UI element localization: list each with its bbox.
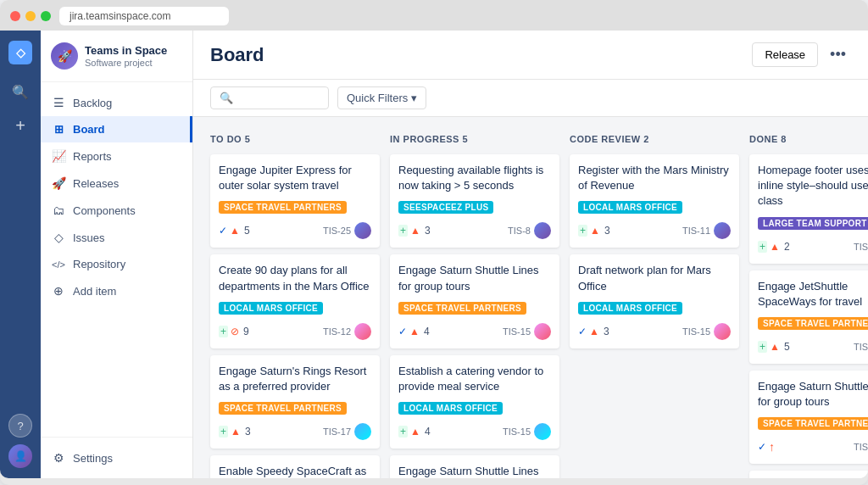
card-done-4[interactable]: Establish a catering vendor to provide m… <box>749 471 868 478</box>
card-footer: + ▲ 2 TIS-68 <box>758 238 868 255</box>
sidebar: 🚀 Teams in Space Software project ☰ Back… <box>41 31 193 478</box>
card-tag: LOCAL MARS OFFICE <box>398 402 503 415</box>
toolbar: 🔍 Quick Filters ▾ <box>193 80 868 117</box>
sidebar-item-components[interactable]: 🗂 Components <box>41 197 192 224</box>
components-icon: 🗂 <box>51 203 66 217</box>
card-title: Create 90 day plans for all departments … <box>219 263 371 293</box>
card-count: 5 <box>244 225 250 237</box>
card-tag: LARGE TEAM SUPPORT <box>758 217 868 230</box>
card-title: Engage Saturn Shuttle Lines for group to… <box>758 379 868 410</box>
browser-dot-green[interactable] <box>41 11 51 21</box>
app-logo: ◇ <box>8 41 32 64</box>
card-count: 3 <box>245 426 251 438</box>
priority-icon: ▲ <box>230 225 240 237</box>
card-codereview-2[interactable]: Draft network plan for Mars Office LOCAL… <box>570 254 739 348</box>
card-id: TIS-25 <box>323 226 351 236</box>
column-header-todo: TO DO 5 <box>210 131 380 148</box>
card-inprogress-2[interactable]: Engage Saturn Shuttle Lines for group to… <box>390 254 559 348</box>
card-footer: + ▲ 3 TIS-8 <box>398 222 551 239</box>
card-todo-2[interactable]: Create 90 day plans for all departments … <box>210 254 380 348</box>
project-avatar: 🚀 <box>51 42 78 70</box>
column-header-inprogress: IN PROGRESS 5 <box>390 131 559 148</box>
sidebar-item-reports[interactable]: 📈 Reports <box>41 142 192 170</box>
settings-icon: ⚙ <box>51 451 66 465</box>
sidebar-nav: ☰ Backlog ⊞ Board 📈 Reports 🚀 Releases 🗂 <box>41 82 192 437</box>
card-icons: + ▲ 3 <box>219 426 251 438</box>
sidebar-label-reports: Reports <box>73 150 112 163</box>
priority-icon: ▲ <box>770 241 780 253</box>
header-actions: Release ••• <box>752 42 851 67</box>
card-tag: SPACE TRAVEL PARTNERS <box>758 317 868 330</box>
card-count: 3 <box>604 326 609 337</box>
card-id: TIS-15 <box>854 442 868 452</box>
card-title: Draft network plan for Mars Office <box>578 263 731 293</box>
card-icons: + ▲ 3 <box>398 225 431 237</box>
sidebar-item-repository[interactable]: </> Repository <box>41 251 192 277</box>
card-inprogress-1[interactable]: Requesting available flights is now taki… <box>390 154 559 248</box>
main-content: Board Release ••• 🔍 Quick Filters ▾ <box>193 31 868 478</box>
project-name: Teams in Space <box>85 44 167 58</box>
card-footer: + ▲ 4 TIS-15 <box>398 423 551 440</box>
add-icon[interactable]: + <box>7 112 34 139</box>
avatar <box>354 323 371 340</box>
card-done-2[interactable]: Engage JetShuttle SpaceWays for travel S… <box>749 270 868 364</box>
card-inprogress-3[interactable]: Establish a catering vendor to provide m… <box>390 355 559 449</box>
card-icons: + ▲ 2 <box>758 241 790 253</box>
plus-icon: + <box>578 225 587 237</box>
sidebar-item-backlog[interactable]: ☰ Backlog <box>41 89 192 116</box>
sidebar-item-board[interactable]: ⊞ Board <box>41 116 192 142</box>
card-footer: + ▲ 3 TIS-11 <box>578 222 731 239</box>
avatar <box>714 323 731 340</box>
card-inprogress-4[interactable]: Engage Saturn Shuttle Lines for group to… <box>390 455 559 478</box>
browser-dot-red[interactable] <box>10 11 20 21</box>
sidebar-item-settings[interactable]: ⚙ Settings <box>41 444 192 471</box>
card-tag: LOCAL MARS OFFICE <box>219 302 323 315</box>
card-icons: + ▲ 5 <box>758 341 790 353</box>
card-footer: ✓ ▲ 3 TIS-15 <box>578 323 731 340</box>
search-box[interactable]: 🔍 <box>210 86 329 109</box>
card-footer: ✓ ▲ 4 TIS-15 <box>398 323 551 340</box>
card-footer: + ▲ 5 TIS-23 <box>758 338 868 355</box>
card-todo-4[interactable]: Enable Speedy SpaceCraft as the preferre… <box>210 455 380 478</box>
sidebar-header: 🚀 Teams in Space Software project <box>41 31 192 82</box>
search-icon[interactable]: 🔍 <box>7 78 34 105</box>
card-todo-1[interactable]: Engage Jupiter Express for outer solar s… <box>210 154 380 248</box>
card-count: 3 <box>604 225 610 237</box>
card-title: Establish a catering vendor to provide m… <box>398 364 551 394</box>
more-options-button[interactable]: ••• <box>825 42 851 67</box>
plus-icon: + <box>758 341 767 353</box>
column-done: DONE 8 Homepage footer uses an inline st… <box>749 131 868 465</box>
card-tag: LOCAL MARS OFFICE <box>578 302 682 315</box>
browser-dot-yellow[interactable] <box>25 11 36 21</box>
sidebar-item-add[interactable]: ⊕ Add item <box>41 277 192 304</box>
card-footer: + ⊘ 9 TIS-12 <box>219 323 371 340</box>
priority-icon: ▲ <box>410 225 420 237</box>
column-inprogress: IN PROGRESS 5 Requesting available fligh… <box>390 131 559 465</box>
priority-icon: ▲ <box>409 326 420 337</box>
backlog-icon: ☰ <box>51 96 66 109</box>
quick-filter-button[interactable]: Quick Filters ▾ <box>337 86 426 109</box>
card-id: TIS-12 <box>323 326 351 337</box>
card-count: 2 <box>784 241 790 253</box>
help-button[interactable]: ? <box>8 414 32 438</box>
project-type: Software project <box>85 58 167 68</box>
url-bar[interactable]: jira.teamsinspace.com <box>59 7 229 25</box>
card-count: 4 <box>424 326 430 337</box>
card-title: Engage Saturn's Rings Resort as a prefer… <box>219 364 371 394</box>
avatar <box>354 423 371 440</box>
user-avatar[interactable]: 👤 <box>8 444 32 468</box>
sidebar-item-releases[interactable]: 🚀 Releases <box>41 170 192 197</box>
card-done-3[interactable]: Engage Saturn Shuttle Lines for group to… <box>749 371 868 464</box>
card-id: TIS-15 <box>503 426 531 437</box>
column-header-codereview: CODE REVIEW 2 <box>570 131 739 148</box>
card-todo-3[interactable]: Engage Saturn's Rings Resort as a prefer… <box>210 355 380 449</box>
release-button[interactable]: Release <box>752 42 818 67</box>
card-done-1[interactable]: Homepage footer uses an inline style–sho… <box>749 154 868 264</box>
add-item-icon: ⊕ <box>51 284 66 298</box>
sidebar-item-issues[interactable]: ◇ Issues <box>41 224 192 251</box>
priority-icon: ↑ <box>769 440 775 454</box>
card-icons: ✓ ↑ <box>758 440 775 454</box>
card-id: TIS-8 <box>508 226 531 236</box>
card-codereview-1[interactable]: Register with the Mars Ministry of Reven… <box>570 154 739 248</box>
block-icon: ⊘ <box>231 326 239 337</box>
